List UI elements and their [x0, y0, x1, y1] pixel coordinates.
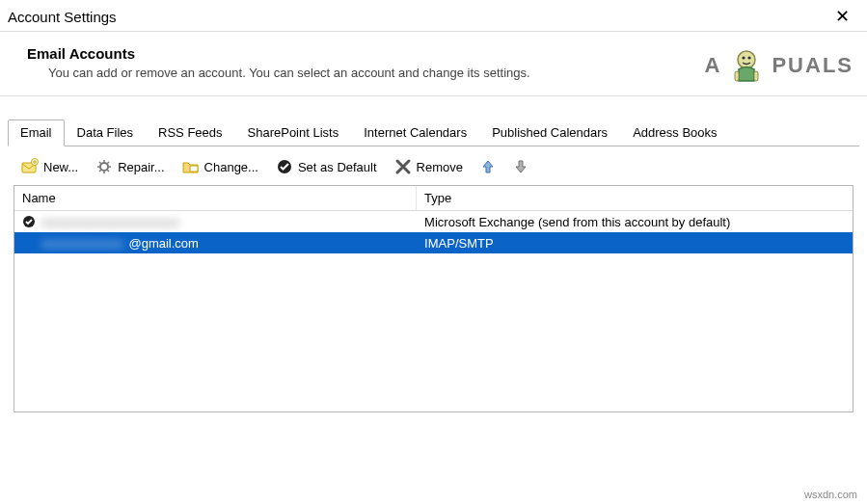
svg-point-0 [738, 51, 755, 68]
account-name-hidden: xxxxxxxxxxxxx [41, 236, 123, 251]
remove-button[interactable]: Remove [391, 156, 467, 177]
change-label: Change... [204, 160, 258, 174]
tab-internet-calendars[interactable]: Internet Calendars [351, 119, 479, 146]
column-header-type[interactable]: Type [417, 186, 853, 210]
tab-rss-feeds[interactable]: RSS Feeds [146, 119, 234, 146]
tab-sharepoint-lists[interactable]: SharePoint Lists [235, 119, 352, 146]
window-title: Account Settings [8, 9, 117, 25]
repair-icon [95, 158, 113, 175]
appuals-logo-icon [725, 44, 768, 87]
arrow-down-icon [513, 159, 528, 174]
remove-label: Remove [417, 160, 463, 174]
source-credit: wsxdn.com [804, 489, 857, 500]
move-down-button[interactable] [509, 157, 532, 176]
tabs: Email Data Files RSS Feeds SharePoint Li… [8, 119, 859, 146]
titlebar: Account Settings ✕ [0, 0, 867, 32]
new-label: New... [43, 160, 78, 174]
svg-rect-4 [754, 71, 758, 81]
watermark-text-b: PUALS [772, 53, 853, 78]
tab-published-calendars[interactable]: Published Calendars [479, 119, 620, 146]
tab-address-books[interactable]: Address Books [620, 119, 729, 146]
new-button[interactable]: New... [17, 156, 82, 177]
svg-rect-3 [735, 71, 739, 81]
svg-rect-8 [190, 166, 198, 172]
toolbar: New... Repair... Change... Set as Defaul… [0, 146, 867, 185]
repair-label: Repair... [118, 160, 164, 174]
new-mail-icon [21, 158, 39, 175]
tab-email[interactable]: Email [8, 119, 65, 146]
divider [0, 95, 867, 96]
close-icon[interactable]: ✕ [827, 6, 857, 27]
account-name-visible: @gmail.com [129, 236, 199, 251]
table-header: Name Type [14, 186, 853, 211]
account-type: Microsoft Exchange (send from this accou… [417, 213, 853, 231]
account-type: IMAP/SMTP [417, 234, 853, 252]
tab-data-files[interactable]: Data Files [65, 119, 147, 146]
remove-x-icon [394, 158, 412, 175]
accounts-table: Name Type xxxxxxxxxxxxxxxxxxxxxx Microso… [14, 185, 853, 412]
svg-point-7 [100, 163, 108, 171]
arrow-up-icon [480, 159, 496, 174]
change-folder-icon [182, 158, 200, 175]
svg-point-2 [748, 56, 751, 59]
appuals-watermark: A PUALS [705, 44, 853, 87]
set-default-button[interactable]: Set as Default [272, 156, 381, 177]
table-row[interactable]: xxxxxxxxxxxxx @gmail.com IMAP/SMTP [14, 232, 853, 253]
checkmark-circle-icon [276, 158, 293, 175]
table-row[interactable]: xxxxxxxxxxxxxxxxxxxxxx Microsoft Exchang… [14, 211, 853, 232]
column-header-name[interactable]: Name [14, 186, 417, 210]
watermark-text-a: A [705, 53, 722, 78]
svg-point-1 [743, 56, 745, 59]
change-button[interactable]: Change... [178, 156, 262, 177]
set-default-label: Set as Default [298, 160, 377, 174]
repair-button[interactable]: Repair... [92, 156, 168, 177]
move-up-button[interactable] [476, 157, 500, 176]
default-check-icon [22, 215, 36, 228]
account-name-hidden: xxxxxxxxxxxxxxxxxxxxxx [41, 215, 179, 229]
